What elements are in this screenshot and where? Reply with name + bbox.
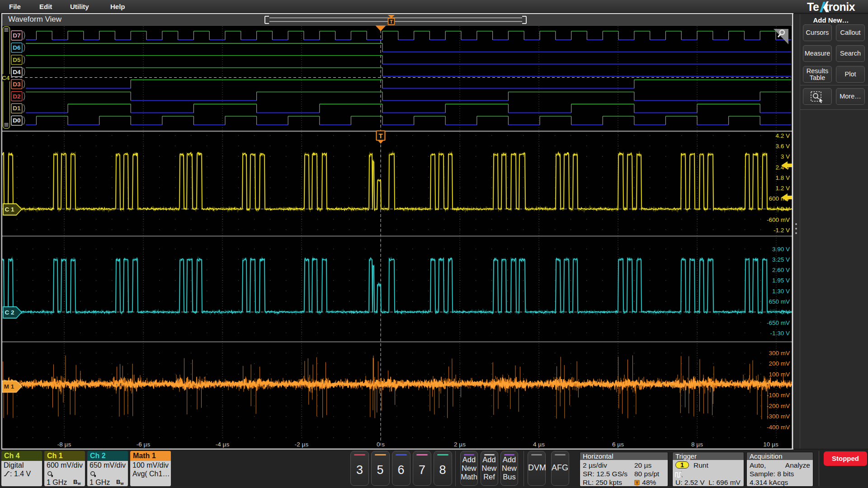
- svg-text:D7: D7: [13, 32, 20, 39]
- svg-text:T: T: [378, 132, 382, 140]
- svg-text:C4: C4: [2, 75, 10, 81]
- svg-text:1.30 V: 1.30 V: [772, 288, 790, 295]
- svg-text:0 V: 0 V: [781, 206, 790, 212]
- svg-text:0 V: 0 V: [781, 381, 790, 388]
- svg-text:3 V: 3 V: [781, 153, 790, 160]
- svg-text:100 mV: 100 mV: [769, 371, 790, 378]
- svg-text:C 2: C 2: [5, 309, 14, 316]
- svg-text:3.6 V: 3.6 V: [775, 143, 790, 150]
- svg-text:-8 µs: -8 µs: [57, 441, 71, 448]
- svg-text:1.2 V: 1.2 V: [775, 185, 790, 192]
- svg-text:200 mV: 200 mV: [769, 360, 790, 367]
- svg-text:300 mV: 300 mV: [769, 350, 790, 357]
- svg-text:-6 µs: -6 µs: [137, 441, 151, 448]
- svg-text:-4 µs: -4 µs: [216, 441, 230, 448]
- svg-text:D6: D6: [13, 44, 21, 51]
- svg-text:3.25 V: 3.25 V: [772, 256, 790, 263]
- svg-text:-1.2 V: -1.2 V: [774, 227, 790, 234]
- svg-text:-650 mV: -650 mV: [767, 319, 790, 326]
- svg-text:D1: D1: [13, 105, 21, 112]
- svg-text:D3: D3: [13, 81, 21, 88]
- svg-text:-600 mV: -600 mV: [767, 216, 790, 223]
- svg-text:2 µs: 2 µs: [454, 441, 466, 448]
- svg-text:6 µs: 6 µs: [612, 441, 624, 448]
- svg-text:M 1: M 1: [4, 383, 14, 390]
- svg-text:-200 mV: -200 mV: [767, 403, 790, 409]
- svg-text:2.60 V: 2.60 V: [772, 267, 790, 273]
- svg-text:-1.30 V: -1.30 V: [770, 330, 790, 337]
- svg-text:-300 mV: -300 mV: [767, 413, 790, 420]
- svg-text:8 µs: 8 µs: [691, 441, 703, 448]
- svg-text:650 mV: 650 mV: [769, 298, 790, 305]
- svg-text:4 µs: 4 µs: [533, 441, 545, 448]
- svg-text:1.95 V: 1.95 V: [772, 277, 790, 284]
- svg-text:0 s: 0 s: [377, 441, 385, 448]
- svg-text:0 V: 0 V: [781, 309, 790, 315]
- svg-text:T: T: [390, 19, 393, 24]
- svg-text:4.2 V: 4.2 V: [775, 132, 790, 139]
- svg-text:T: T: [636, 481, 638, 485]
- svg-text:-100 mV: -100 mV: [767, 392, 790, 399]
- svg-text:-400 mV: -400 mV: [767, 424, 790, 431]
- svg-text:1.8 V: 1.8 V: [775, 174, 790, 181]
- svg-text:D2: D2: [13, 93, 20, 100]
- svg-text:D0: D0: [13, 117, 20, 124]
- svg-text:3.90 V: 3.90 V: [772, 246, 790, 253]
- svg-text:10 µs: 10 µs: [763, 441, 778, 448]
- svg-text:C 1: C 1: [5, 206, 14, 213]
- svg-text:D4: D4: [13, 69, 21, 75]
- svg-text:-2 µs: -2 µs: [295, 441, 309, 448]
- svg-text:D5: D5: [13, 56, 21, 63]
